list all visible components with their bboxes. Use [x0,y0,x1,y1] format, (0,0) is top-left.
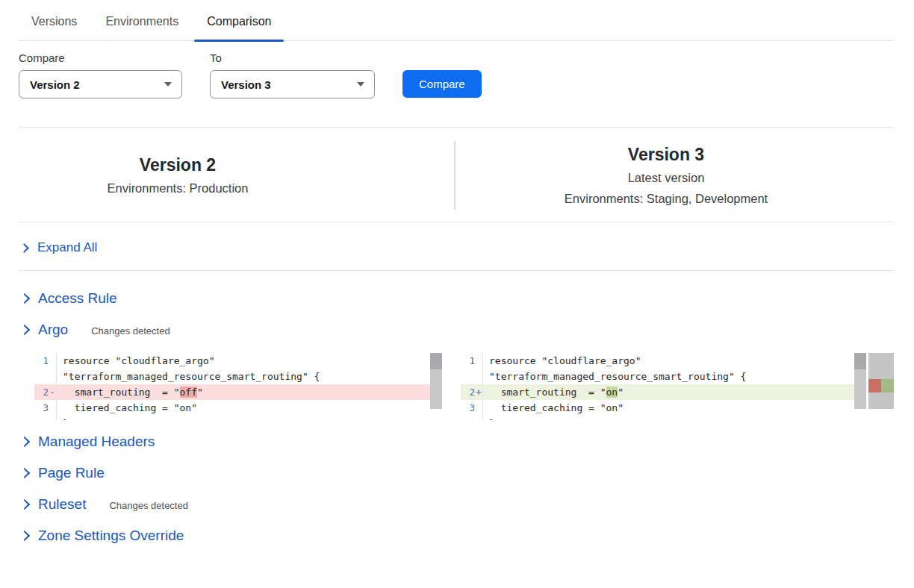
code-segment: smart_routing = " [489,387,606,398]
code-text: smart_routing = "on" [483,387,624,398]
chevron-right-icon [19,324,30,334]
code-segment: "terraform_managed_resource_smart_routin… [489,371,746,382]
section-access-rule[interactable]: Access Rule [19,290,894,307]
chevron-right-icon [19,498,30,509]
code-text: } [483,418,495,420]
version-left-title: Version 2 [108,154,249,175]
sections: Access RuleArgoChanges detected1resource… [19,271,894,544]
diff-pane-right: 1resource "cloudflare_argo""terraform_ma… [461,353,866,420]
tab-environments[interactable]: Environments [93,15,191,40]
chevron-down-icon [164,82,172,87]
line-number-gutter: 2+ [461,384,483,400]
diff-line: } [461,416,866,420]
chevron-right-icon [19,293,30,303]
line-number-gutter: 2- [34,384,57,400]
compare-to-field: To Version 3 [210,51,375,98]
diff-sign: - [49,387,56,398]
code-segment: smart_routing = " [63,387,180,398]
chevron-right-icon [19,467,30,478]
diff-line: 1resource "cloudflare_argo" [34,353,442,369]
section-page-rule[interactable]: Page Rule [19,464,894,481]
compare-button[interactable]: Compare [402,70,482,98]
diff-line: "terraform_managed_resource_smart_routin… [461,369,866,384]
code-text: tiered_caching = "on" [483,402,624,413]
line-number-gutter [34,369,57,384]
section-label: Zone Settings Override [38,528,184,544]
line-number-gutter [461,416,483,420]
line-number: 2 [461,387,475,398]
changes-detected-badge: Changes detected [109,498,188,511]
section-managed-headers[interactable]: Managed Headers [19,433,894,450]
changes-detected-badge: Changes detected [91,323,170,337]
diff-sign: + [475,387,482,398]
section-ruleset[interactable]: RulesetChanges detected [19,495,894,513]
changed-word: on [606,387,618,398]
minimap-added-marker [881,379,894,392]
code-text: resource "cloudflare_argo" [57,355,215,366]
line-number-gutter: 3 [34,400,57,416]
compare-from-value: Version 2 [30,78,80,91]
tab-comparison[interactable]: Comparison [194,15,284,40]
diff-line: "terraform_managed_resource_smart_routin… [34,369,442,384]
line-number-gutter: 1 [34,353,57,369]
version-right-latest-label: Latest version [565,171,768,184]
diff-line: 1resource "cloudflare_argo" [461,353,866,369]
line-number: 1 [34,355,49,366]
comparison-page: VersionsEnvironmentsComparison Compare V… [0,0,914,544]
code-segment: " [618,387,624,398]
line-number: 3 [461,402,475,413]
diff-line: 2+ smart_routing = "on" [461,384,866,400]
compare-from-dropdown[interactable]: Version 2 [19,70,182,98]
diff-pane-left: 1resource "cloudflare_argo""terraform_ma… [34,353,442,420]
chevron-right-icon [19,530,30,540]
chevron-right-icon [19,436,30,446]
section-label: Access Rule [38,290,117,307]
diff-minimap[interactable] [868,353,894,409]
scrollbar[interactable] [430,353,442,409]
expand-all-button[interactable]: Expand All [19,222,894,271]
line-number-gutter [461,369,483,384]
compare-controls: Compare Version 2 To Version 3 Compare [19,51,894,98]
code-segment: tiered_caching = "on" [63,402,197,413]
code-segment: resource "cloudflare_argo" [489,355,641,366]
code-text: } [57,418,69,420]
section-argo[interactable]: ArgoChanges detected [19,321,894,338]
line-number: 3 [34,402,49,413]
scrollbar-thumb[interactable] [854,353,866,369]
scrollbar-thumb[interactable] [430,353,442,369]
code-text: smart_routing = "off" [57,387,203,398]
section-label: Ruleset [38,496,86,513]
compare-to-value: Version 3 [221,78,271,91]
code-text: "terraform_managed_resource_smart_routin… [483,371,746,382]
code-text: tiered_caching = "on" [57,402,197,413]
vertical-divider [454,141,456,210]
diff-line: } [34,416,442,420]
expand-all-label: Expand All [37,240,97,255]
version-right-title: Version 3 [565,144,768,165]
scrollbar[interactable] [854,353,866,409]
version-left-column: Version 2 Environments: Production [108,154,249,195]
tab-bar: VersionsEnvironmentsComparison [19,0,894,41]
changed-word: off [180,387,197,398]
section-label: Managed Headers [38,434,155,450]
version-right-column: Version 3 Latest version Environments: S… [565,144,768,205]
section-zone-settings-override[interactable]: Zone Settings Override [19,527,894,544]
line-number: 1 [461,355,475,366]
code-segment: tiered_caching = "on" [489,402,624,413]
tab-versions[interactable]: Versions [19,15,90,40]
version-right-environments: Environments: Staging, Development [565,192,768,205]
minimap-removed-marker [868,379,881,392]
compare-from-field: Compare Version 2 [19,51,182,98]
section-label: Argo [38,322,68,338]
diff-line: 2- smart_routing = "off" [34,384,442,400]
line-number: 2 [34,387,49,398]
code-segment: " [197,387,203,398]
code-segment: resource "cloudflare_argo" [63,355,215,366]
diff-line: 3 tiered_caching = "on" [34,400,442,416]
code-text: "terraform_managed_resource_smart_routin… [57,371,320,382]
code-segment: } [489,418,495,420]
code-text: resource "cloudflare_argo" [483,355,641,366]
compare-to-dropdown[interactable]: Version 3 [210,70,375,98]
line-number-gutter: 1 [461,353,483,369]
line-number-gutter [34,416,57,420]
